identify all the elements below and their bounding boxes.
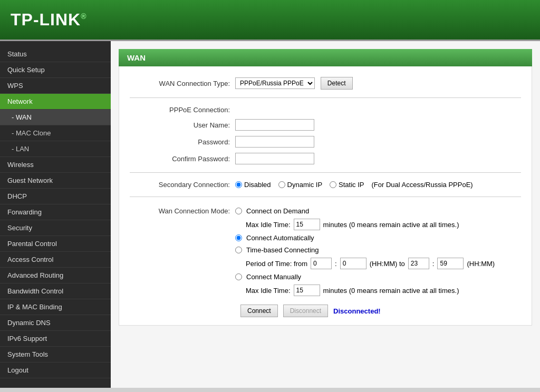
sidebar-item-ip-mac-binding[interactable]: IP & MAC Binding <box>0 299 111 315</box>
connect-automatically-row: Connect Automatically <box>235 232 495 244</box>
divider-3 <box>130 197 521 197</box>
password-control <box>235 136 314 148</box>
secondary-dynamic-ip-label: Dynamic IP <box>287 181 322 189</box>
max-idle-label-1: Max Idle Time: <box>246 221 291 229</box>
hhmm-label-2: (HH:MM) <box>467 260 495 268</box>
wan-connection-mode-options: Connect on Demand Max Idle Time: minutes… <box>235 205 495 298</box>
header: TP-LINK® <box>0 0 540 40</box>
secondary-note: (For Dual Access/Russia PPPoE) <box>371 181 472 189</box>
sidebar-item-dhcp[interactable]: DHCP <box>0 189 111 204</box>
page-title-bar: WAN <box>119 49 532 66</box>
password-label: Password: <box>130 138 235 146</box>
secondary-connection-options: Disabled Dynamic IP Static IP (For Dual … <box>235 181 473 189</box>
sidebar-item-wan[interactable]: - WAN <box>0 110 111 125</box>
sidebar-item-parental-control[interactable]: Parental Control <box>0 236 111 252</box>
wan-connection-type-row: WAN Connection Type: PPPoE/Russia PPPoE … <box>130 74 521 92</box>
time-based-label: Time-based Connecting <box>246 246 319 254</box>
hhmm-label-1: (HH:MM) to <box>370 260 405 268</box>
secondary-connection-label: Secondary Connection: <box>130 181 235 189</box>
divider-2 <box>130 172 521 173</box>
username-row: User Name: <box>130 116 521 133</box>
connect-automatically-radio[interactable] <box>235 234 242 241</box>
confirm-password-label: Confirm Password: <box>130 155 235 163</box>
wan-connection-mode-label: Wan Connection Mode: <box>130 205 235 215</box>
logo: TP-LINK® <box>11 10 87 30</box>
max-idle-input-1[interactable] <box>294 219 320 230</box>
sidebar-item-system-tools[interactable]: System Tools <box>0 347 111 362</box>
sidebar-item-access-control[interactable]: Access Control <box>0 252 111 268</box>
confirm-password-input[interactable] <box>235 153 314 164</box>
max-idle-note-2: minutes (0 means remain active at all ti… <box>323 287 459 295</box>
time-to-minute-input[interactable] <box>437 258 464 269</box>
wan-connection-type-label: WAN Connection Type: <box>130 80 235 87</box>
max-idle-label-2: Max Idle Time: <box>246 287 291 295</box>
sidebar-item-mac-clone[interactable]: - MAC Clone <box>0 125 111 141</box>
time-from-minute-input[interactable] <box>340 258 367 269</box>
time-based-period-row: Period of Time: from : (HH:MM) to : (HH:… <box>246 256 495 271</box>
disconnect-button[interactable]: Disconnect <box>283 305 328 317</box>
max-idle-input-2[interactable] <box>294 285 320 296</box>
sidebar-item-bandwidth-control[interactable]: Bandwidth Control <box>0 283 111 299</box>
page-title: WAN <box>127 53 146 62</box>
sidebar-item-status[interactable]: Status <box>0 46 111 62</box>
pppoe-connection-label: PPPoE Connection: <box>130 106 235 114</box>
username-input[interactable] <box>235 119 314 131</box>
time-colon-1: : <box>335 260 337 268</box>
password-row: Password: <box>130 133 521 150</box>
connect-on-demand-radio[interactable] <box>235 208 242 214</box>
wan-connection-mode-row: Wan Connection Mode: Connect on Demand M… <box>130 202 521 300</box>
sidebar-item-wps[interactable]: WPS <box>0 78 111 94</box>
sidebar-item-lan[interactable]: - LAN <box>0 141 111 157</box>
sidebar-item-security[interactable]: Security <box>0 220 111 236</box>
secondary-disabled-option[interactable]: Disabled <box>235 181 271 189</box>
connect-manually-radio[interactable] <box>235 273 242 280</box>
confirm-password-row: Confirm Password: <box>130 150 521 167</box>
secondary-dynamic-ip-option[interactable]: Dynamic IP <box>278 181 322 189</box>
connect-manually-label: Connect Manually <box>246 273 301 281</box>
content-form: WAN Connection Type: PPPoE/Russia PPPoE … <box>119 66 532 326</box>
sidebar-item-ipv6-support[interactable]: IPv6 Support <box>0 331 111 347</box>
detect-button[interactable]: Detect <box>321 77 353 90</box>
connect-manually-idle-row: Max Idle Time: minutes (0 means remain a… <box>246 283 495 298</box>
secondary-dynamic-ip-radio[interactable] <box>278 181 285 188</box>
content-area: WAN WAN Connection Type: PPPoE/Russia PP… <box>111 41 540 388</box>
connect-button[interactable]: Connect <box>240 305 278 317</box>
pppoe-connection-header-row: PPPoE Connection: <box>130 103 521 116</box>
secondary-static-ip-radio[interactable] <box>330 181 336 188</box>
main-layout: Status Quick Setup WPS Network - WAN - M… <box>0 40 540 388</box>
connect-manually-row: Connect Manually <box>235 271 495 283</box>
sidebar-item-wireless[interactable]: Wireless <box>0 157 111 173</box>
time-from-hour-input[interactable] <box>311 258 332 269</box>
period-from-label: Period of Time: from <box>246 260 307 268</box>
sidebar-item-guest-network[interactable]: Guest Network <box>0 173 111 189</box>
username-control <box>235 119 314 131</box>
sidebar: Status Quick Setup WPS Network - WAN - M… <box>0 41 111 388</box>
connection-status: Disconnected! <box>333 307 381 315</box>
time-to-hour-input[interactable] <box>408 258 429 269</box>
secondary-static-ip-label: Static IP <box>339 181 364 189</box>
secondary-disabled-radio[interactable] <box>235 181 242 188</box>
connect-on-demand-idle-row: Max Idle Time: minutes (0 means remain a… <box>246 217 495 232</box>
username-label: User Name: <box>130 121 235 129</box>
sidebar-item-advanced-routing[interactable]: Advanced Routing <box>0 268 111 283</box>
max-idle-note-1: minutes (0 means remain active at all ti… <box>323 221 459 229</box>
connect-on-demand-label: Connect on Demand <box>246 207 309 215</box>
connect-automatically-label: Connect Automatically <box>246 234 314 242</box>
time-based-row: Time-based Connecting <box>235 244 495 256</box>
divider-1 <box>130 97 521 98</box>
confirm-password-control <box>235 153 314 164</box>
time-based-radio[interactable] <box>235 247 242 253</box>
wan-connection-type-control: PPPoE/Russia PPPoE Dynamic IP Static IP … <box>235 77 353 90</box>
secondary-static-ip-option[interactable]: Static IP <box>330 181 364 189</box>
connect-on-demand-row: Connect on Demand <box>235 205 495 217</box>
secondary-connection-row: Secondary Connection: Disabled Dynamic I… <box>130 178 521 191</box>
wan-connection-type-select[interactable]: PPPoE/Russia PPPoE Dynamic IP Static IP … <box>235 77 315 89</box>
password-input[interactable] <box>235 136 314 148</box>
sidebar-item-forwarding[interactable]: Forwarding <box>0 204 111 220</box>
sidebar-item-logout[interactable]: Logout <box>0 362 111 378</box>
sidebar-item-dynamic-dns[interactable]: Dynamic DNS <box>0 315 111 331</box>
sidebar-item-quick-setup[interactable]: Quick Setup <box>0 62 111 78</box>
sidebar-item-network[interactable]: Network <box>0 94 111 110</box>
time-colon-2: : <box>432 260 435 268</box>
secondary-disabled-label: Disabled <box>244 181 271 189</box>
